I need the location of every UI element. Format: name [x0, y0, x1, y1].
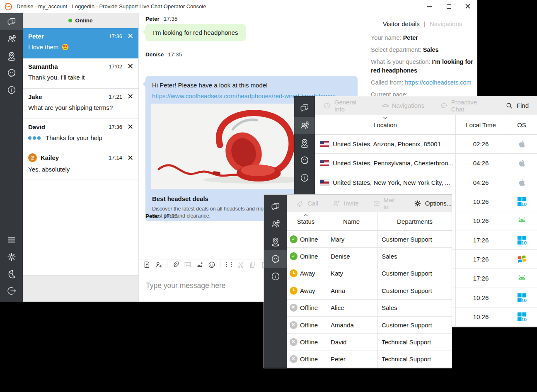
- insert-image-icon[interactable]: [184, 261, 191, 269]
- sidebar-item-operators[interactable]: [294, 152, 315, 169]
- main-sidebar: [0, 13, 23, 302]
- chat-bubbles-icon: [299, 103, 310, 114]
- chat-list: Online Peter17:36✕I love themSamantha17:…: [23, 13, 139, 302]
- sidebar-item-visitors[interactable]: [264, 215, 287, 233]
- operator-row[interactable]: AwayAnnaCustomer Support: [287, 282, 452, 299]
- sidebar-item-logout[interactable]: [0, 282, 23, 299]
- invite-button[interactable]: Invite: [332, 199, 359, 208]
- close-chat-icon[interactable]: ✕: [127, 63, 133, 70]
- sidebar-item-dark-mode[interactable]: [0, 265, 23, 282]
- location-pin-icon: [270, 236, 281, 247]
- operator-status-label: Online: [75, 17, 92, 24]
- sidebar-item-info[interactable]: [294, 169, 315, 186]
- proactive-chat-button[interactable]: Proactive Chat: [440, 99, 489, 113]
- operator-headset-icon: [299, 155, 310, 166]
- sidebar-item-chats[interactable]: [0, 13, 23, 30]
- operators-list-window: Call Invite Mail to Options...: [264, 195, 452, 368]
- tab-navigations[interactable]: Navigations: [430, 20, 462, 27]
- chat-list-item[interactable]: Samantha17:02✕Thank you, I'll take it: [23, 58, 138, 89]
- status-offline-icon: [290, 355, 298, 363]
- close-chat-icon[interactable]: ✕: [127, 32, 133, 40]
- chat-list-item[interactable]: David17:36✕Thanks for your help: [23, 119, 138, 149]
- sidebar-item-menu[interactable]: [0, 231, 23, 248]
- column-header-status[interactable]: Status: [287, 212, 325, 230]
- column-header-os[interactable]: OS: [506, 115, 537, 134]
- field-value-link[interactable]: https://coolheadsets.com: [405, 79, 471, 86]
- operator-row[interactable]: OfflinePeterTechnical Support: [287, 351, 452, 368]
- field-value: Peter: [403, 34, 418, 41]
- sidebar-item-geolocation[interactable]: [294, 134, 315, 152]
- add-operator-icon[interactable]: [155, 261, 162, 269]
- sidebar-item-info[interactable]: [264, 268, 287, 285]
- sidebar-item-operators[interactable]: [264, 250, 287, 268]
- minimize-button[interactable]: [420, 0, 439, 13]
- sidebar-item-geolocation[interactable]: [0, 47, 23, 64]
- title-bar[interactable]: Denise - my_account - LoggedIn - Provide…: [0, 0, 477, 13]
- visitor-row[interactable]: United States, Arizona, Phoenix, 8500102…: [315, 135, 537, 154]
- copy-icon[interactable]: [249, 261, 256, 269]
- sidebar-item-geolocation[interactable]: [264, 233, 287, 250]
- gear-icon: [414, 199, 422, 208]
- chat-list-items: Peter17:36✕I love themSamantha17:02✕Than…: [23, 28, 138, 179]
- push-image-icon[interactable]: [196, 261, 203, 269]
- sidebar-item-visitors[interactable]: [294, 117, 315, 134]
- call-button[interactable]: Call: [296, 199, 318, 208]
- select-area-icon[interactable]: [225, 261, 232, 269]
- options-button[interactable]: Options...: [414, 199, 452, 208]
- operator-headset-icon: [270, 254, 281, 264]
- operators-window-sidebar: [264, 195, 287, 368]
- sidebar-item-operators[interactable]: [0, 64, 23, 81]
- operator-row[interactable]: OnlineDeniseSales: [287, 248, 452, 265]
- chat-bubbles-icon: [6, 17, 17, 27]
- sort-ascending-icon: [304, 214, 308, 217]
- search-icon: [505, 102, 513, 110]
- windows-legacy-icon: [517, 254, 527, 264]
- visitor-row[interactable]: United States, Pennsylvania, Chesterbroo…: [315, 154, 537, 173]
- operator-row[interactable]: OfflineAliceSales: [287, 300, 452, 317]
- operator-department-cell: Technical Support: [378, 351, 452, 368]
- attach-file-icon[interactable]: [172, 261, 179, 269]
- navigations-button[interactable]: <> Navigations: [382, 102, 424, 109]
- sidebar-item-settings[interactable]: [0, 248, 23, 265]
- chat-list-item[interactable]: 2Kailey17:14✕Yes, absolutely: [23, 149, 138, 179]
- chat-list-item[interactable]: Peter17:36✕I love them: [23, 28, 138, 58]
- general-info-button[interactable]: General Info: [323, 99, 366, 113]
- operator-status-header[interactable]: Online: [23, 13, 138, 28]
- status-offline-icon: [290, 321, 298, 329]
- close-chat-icon[interactable]: ✕: [127, 93, 133, 100]
- cut-icon[interactable]: [237, 261, 244, 269]
- operator-row[interactable]: OfflineAmandaCustomer Support: [287, 317, 452, 334]
- column-header-local-time[interactable]: Local Time: [456, 115, 506, 134]
- close-chat-icon[interactable]: ✕: [127, 154, 133, 162]
- column-header-name[interactable]: Name: [325, 212, 378, 230]
- canned-responses-icon[interactable]: [143, 261, 150, 269]
- maximize-button[interactable]: [439, 0, 458, 13]
- mail-to-button[interactable]: Mail to: [373, 196, 399, 211]
- tab-visitor-details[interactable]: Visitor details: [383, 20, 420, 27]
- minimize-icon: [427, 6, 432, 7]
- chat-item-time: 17:14: [109, 155, 122, 161]
- visitors-icon: [270, 219, 281, 230]
- visitor-row[interactable]: United States, New York, New York City, …: [315, 173, 537, 192]
- operator-name-cell: Peter: [325, 351, 378, 368]
- sidebar-item-chats[interactable]: [294, 99, 315, 117]
- sidebar-item-visitors[interactable]: [0, 30, 23, 47]
- find-button[interactable]: Find: [505, 102, 529, 110]
- operator-row[interactable]: OfflineDavidTechnical Support: [287, 334, 452, 351]
- operator-row[interactable]: AwayKatyCustomer Support: [287, 265, 452, 282]
- visitor-os-cell: [506, 307, 537, 326]
- visitor-os-cell: [506, 269, 537, 288]
- info-icon: [270, 271, 281, 282]
- column-header-location[interactable]: Location: [315, 115, 456, 134]
- close-button[interactable]: ✕: [458, 0, 477, 13]
- sidebar-item-info[interactable]: [0, 81, 23, 98]
- emoji-icon[interactable]: [208, 261, 215, 269]
- column-header-departments[interactable]: Departments: [378, 212, 452, 230]
- message-sender-line: Peter17:36: [145, 213, 178, 219]
- chat-list-item[interactable]: Jake17:21✕What are your shipping terms?: [23, 89, 138, 119]
- sidebar-item-chats[interactable]: [264, 198, 287, 215]
- heart-eyes-emoji: [62, 44, 69, 51]
- close-chat-icon[interactable]: ✕: [127, 123, 133, 131]
- operator-row[interactable]: OnlineMaryCustomer Support: [287, 231, 452, 248]
- operator-name-cell: Katy: [325, 265, 378, 282]
